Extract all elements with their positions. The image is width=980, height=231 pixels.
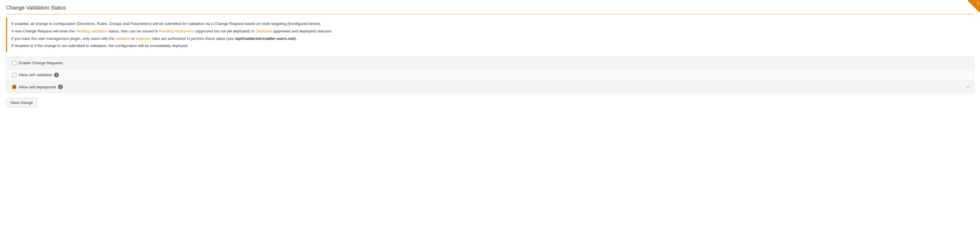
corner-notification-badge: i xyxy=(968,0,980,12)
corner-info-icon: i xyxy=(978,1,979,5)
settings-table: Enable Change RequestsAllow self validat… xyxy=(6,57,974,93)
setting-row-allow-self-deployment: Allow self deploymenti✓ xyxy=(6,81,974,93)
deployer-text: deployer xyxy=(135,36,150,41)
checkbox-allow-self-validation[interactable] xyxy=(12,73,16,77)
page-title: Change Validation Status xyxy=(6,5,974,14)
info-line-1: If enabled, all change to configuration … xyxy=(11,21,970,27)
info-box: If enabled, all change to configuration … xyxy=(6,18,974,52)
checkbox-enable-change-requests[interactable] xyxy=(12,61,16,65)
info-icon-allow-self-validation[interactable]: i xyxy=(54,73,59,77)
checkbox-cell-enable-change-requests xyxy=(10,61,19,65)
deployed-text: Deployed xyxy=(256,29,272,33)
checkmark-allow-self-deployment: ✓ xyxy=(966,84,970,90)
setting-label-text-allow-self-deployment: Allow self deployment xyxy=(19,85,56,89)
setting-label-text-allow-self-validation: Allow self validation xyxy=(19,73,52,77)
path-text: /opt/rudder/etc/rudder-users.xml xyxy=(235,36,295,41)
setting-label-allow-self-deployment: Allow self deploymenti✓ xyxy=(19,84,970,90)
info-line-3: If you have the user management plugin, … xyxy=(11,36,970,42)
info-line-2: A new Change Request will enter the Pend… xyxy=(11,28,970,35)
checkbox-cell-allow-self-deployment xyxy=(10,85,19,89)
checkbox-allow-self-deployment[interactable] xyxy=(12,85,16,89)
validator-text: validator xyxy=(115,36,130,41)
pending-validation-text: Pending validation xyxy=(76,29,107,33)
setting-row-allow-self-validation: Allow self validationi xyxy=(6,69,974,81)
info-line-4: If disabled or if the change is not subm… xyxy=(11,43,970,49)
checkbox-cell-allow-self-validation xyxy=(10,73,19,77)
setting-label-text-enable-change-requests: Enable Change Requests xyxy=(19,61,63,65)
setting-row-enable-change-requests: Enable Change Requests xyxy=(6,57,974,69)
save-change-button[interactable]: Save change xyxy=(6,98,37,107)
pending-deployment-text: Pending deployment xyxy=(159,29,194,33)
info-icon-allow-self-deployment[interactable]: i xyxy=(58,85,63,89)
setting-label-allow-self-validation: Allow self validationi xyxy=(19,73,970,77)
setting-label-enable-change-requests: Enable Change Requests xyxy=(19,61,970,65)
